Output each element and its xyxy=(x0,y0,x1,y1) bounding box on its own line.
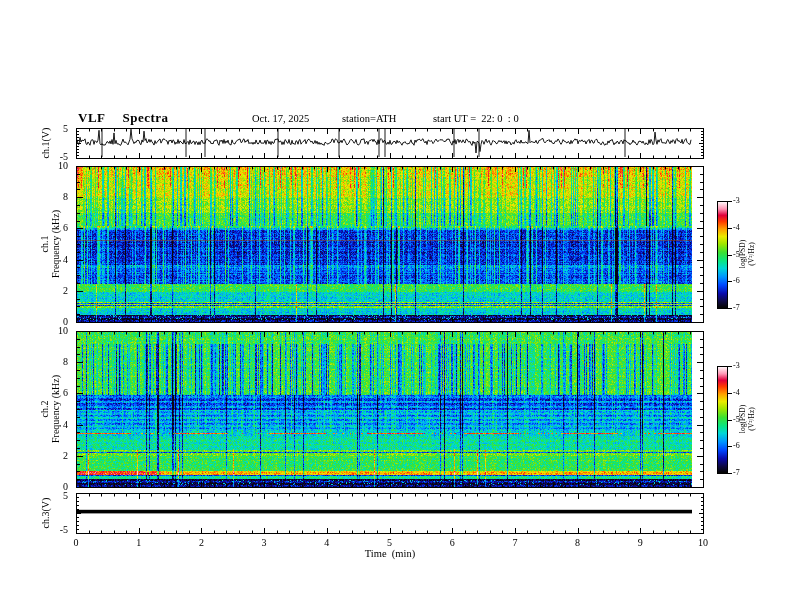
spec2-y-tick-label: 8 xyxy=(36,357,68,367)
ch2-label: ch.2 xyxy=(39,375,50,443)
colorbar1-tick-label: -3 xyxy=(733,197,740,205)
spec2-y-tick-label: 2 xyxy=(36,451,68,461)
x-tick-label: 3 xyxy=(262,538,267,548)
spec1-y-tick-label: 8 xyxy=(36,192,68,202)
spec1-y-tick-label: 10 xyxy=(36,161,68,171)
ch1-frequency-unit-label: Frequency (kHz) xyxy=(50,210,61,278)
colorbar2-tick-label: -4 xyxy=(733,389,740,397)
ch3-y-tick-label: 5 xyxy=(36,491,68,501)
colorbar2-tick-label: -5 xyxy=(733,416,740,424)
colorbar2-tick-label: -7 xyxy=(733,469,740,477)
x-tick-label: 0 xyxy=(74,538,79,548)
ch1-label: ch.1 xyxy=(39,210,50,278)
colorbar1-tick-label: -5 xyxy=(733,251,740,259)
page-title: VLF Spectra xyxy=(78,111,169,124)
x-tick-label: 7 xyxy=(512,538,517,548)
ch2-frequency-unit-label: Frequency (kHz) xyxy=(50,375,61,443)
x-tick-label: 9 xyxy=(638,538,643,548)
x-tick-label: 6 xyxy=(450,538,455,548)
colorbar1-tick-label: -4 xyxy=(733,224,740,232)
vlf-spectra-plot: VLF Spectra Oct. 17, 2025 station=ATH st… xyxy=(0,0,792,612)
spec1-y-tick-label: 2 xyxy=(36,286,68,296)
ch3-voltage-axis-label: ch.3(V) xyxy=(40,498,51,529)
x-tick-label: 5 xyxy=(387,538,392,548)
ch3-y-tick-label: -5 xyxy=(36,525,68,535)
spectrogram-canvas xyxy=(0,0,792,612)
ch1-frequency-axis-label: ch.1 Frequency (kHz) xyxy=(39,210,61,278)
x-axis-title: Time (min) xyxy=(365,549,415,560)
colorbar1-tick-label: -7 xyxy=(733,304,740,312)
wave-y-tick-label: 5 xyxy=(36,124,68,134)
date-label: Oct. 17, 2025 xyxy=(252,114,309,125)
wave-y-tick-label: -5 xyxy=(36,152,68,162)
spec1-y-tick-label: 4 xyxy=(36,255,68,265)
x-tick-label: 4 xyxy=(324,538,329,548)
ch2-frequency-axis-label: ch.2 Frequency (kHz) xyxy=(39,375,61,443)
colorbar2-tick-label: -3 xyxy=(733,362,740,370)
colorbar1-tick-label: -6 xyxy=(733,277,740,285)
station-label: station=ATH xyxy=(342,114,396,125)
spec1-y-tick-label: 6 xyxy=(36,223,68,233)
x-tick-label: 1 xyxy=(136,538,141,548)
colorbar2-title: log(PSD)(V²/Hz) xyxy=(738,397,756,442)
x-tick-label: 2 xyxy=(199,538,204,548)
spec2-y-tick-label: 6 xyxy=(36,388,68,398)
spec2-y-tick-label: 4 xyxy=(36,420,68,430)
x-tick-label: 8 xyxy=(575,538,580,548)
colorbar2-tick-label: -6 xyxy=(733,442,740,450)
start-ut-label: start UT = 22: 0 : 0 xyxy=(433,114,519,125)
x-tick-label: 10 xyxy=(698,538,708,548)
spec2-y-tick-label: 10 xyxy=(36,326,68,336)
colorbar1-title: log(PSD)(V²/Hz) xyxy=(738,232,756,277)
